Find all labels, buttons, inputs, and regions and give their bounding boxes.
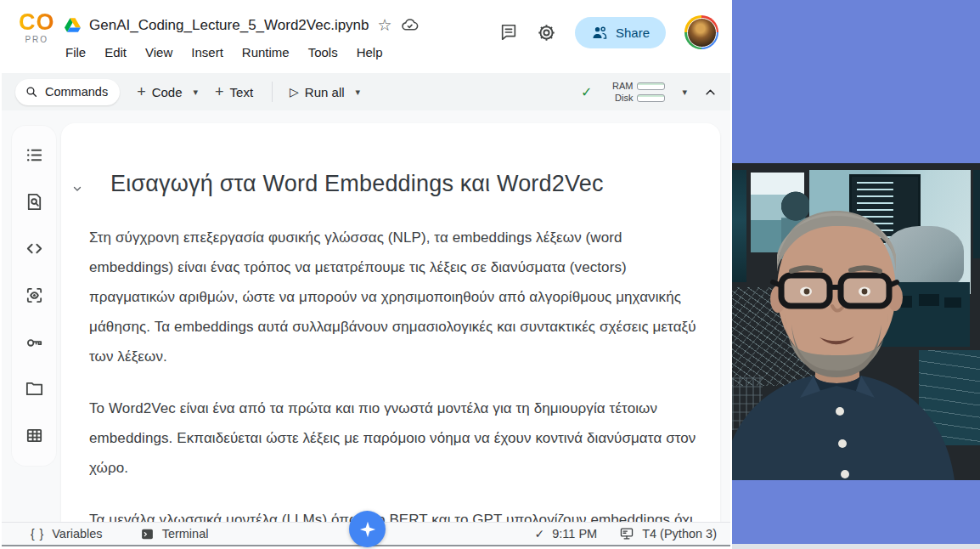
commands-label: Commands (45, 85, 108, 99)
left-sidebar (12, 126, 56, 466)
presenter (732, 163, 980, 480)
star-icon[interactable]: ☆ (378, 15, 392, 35)
markdown-paragraph: Τα μεγάλα γλωσσικά μοντέλα (LLMs) όπως τ… (89, 505, 705, 522)
toolbar-divider (272, 82, 273, 102)
menu-edit[interactable]: Edit (104, 45, 127, 59)
saved-check-icon: ✓ (534, 527, 544, 541)
variables-label: Variables (52, 527, 102, 541)
gemini-spark-button[interactable] (349, 511, 386, 547)
header-actions: Share (499, 15, 718, 49)
data-table-icon[interactable] (17, 418, 51, 452)
gemini-spark-icon (358, 520, 377, 539)
notebook-toolbar: Commands + Code ▾ + Text ▷ Run all ▾ ✓ (2, 73, 730, 110)
status-right: ✓ 9:11 PM T4 (Python 3) (534, 527, 717, 541)
cloud-save-icon[interactable] (401, 16, 419, 34)
share-label: Share (616, 25, 650, 40)
menu-tools[interactable]: Tools (308, 45, 338, 59)
colab-logo[interactable]: CO PRO (19, 11, 55, 44)
menu-runtime[interactable]: Runtime (242, 45, 290, 59)
secrets-key-icon[interactable] (17, 325, 51, 359)
colab-pro-badge: PRO (19, 35, 55, 44)
section-collapse-chevron-icon[interactable] (71, 183, 83, 195)
connected-check-icon: ✓ (581, 84, 592, 100)
run-all-button[interactable]: ▷ Run all ▾ (290, 85, 360, 99)
colab-window: CO PRO GenAI_Coding_Lecture_5_Word2Vec.i… (2, 0, 730, 546)
menu-file[interactable]: File (65, 45, 86, 59)
section-heading: Εισαγωγή στα Word Embeddings και Word2Ve… (110, 171, 705, 197)
plus-icon: + (215, 84, 224, 99)
ram-label: RAM (609, 81, 633, 91)
menu-help[interactable]: Help (357, 45, 383, 59)
disk-label: Disk (609, 93, 633, 103)
ram-gauge[interactable] (637, 82, 665, 90)
search-icon (25, 85, 38, 99)
run-all-dropdown-caret-icon[interactable]: ▾ (356, 87, 361, 98)
menu-insert[interactable]: Insert (191, 45, 223, 59)
header: CO PRO GenAI_Coding_Lecture_5_Word2Vec.i… (2, 0, 730, 73)
comments-icon[interactable] (499, 23, 518, 42)
add-code-label: Code (152, 85, 183, 99)
drive-icon (65, 18, 81, 32)
colab-logo-text: CO (19, 11, 55, 33)
screen: CO PRO GenAI_Coding_Lecture_5_Word2Vec.i… (0, 0, 980, 549)
notebook-title[interactable]: GenAI_Coding_Lecture_5_Word2Vec.ipynb (89, 17, 369, 34)
settings-gear-icon[interactable] (537, 23, 556, 42)
notebook-panel: Εισαγωγή στα Word Embeddings και Word2Ve… (61, 123, 720, 522)
find-and-replace-icon[interactable] (17, 184, 51, 218)
avatar[interactable] (684, 15, 718, 49)
code-dropdown-caret-icon[interactable]: ▾ (194, 87, 199, 98)
terminal-icon (140, 527, 155, 541)
code-snippets-icon[interactable] (17, 231, 51, 265)
play-icon: ▷ (290, 85, 299, 99)
menu-bar: File Edit View Insert Runtime Tools Help (65, 45, 383, 59)
saved-time: 9:11 PM (552, 527, 597, 541)
markdown-paragraph: Το Word2Vec είναι ένα από τα πρώτα και π… (89, 393, 705, 483)
video-bottom-strip (732, 544, 980, 549)
disk-gauge[interactable] (637, 94, 665, 102)
resource-gauges[interactable]: RAM Disk (609, 81, 665, 103)
files-folder-icon[interactable] (17, 371, 51, 405)
runtime-label: T4 (Python 3) (642, 527, 717, 541)
workspace: Εισαγωγή στα Word Embeddings και Word2Ve… (2, 110, 730, 522)
share-button[interactable]: Share (575, 17, 666, 48)
add-text-label: Text (230, 85, 254, 99)
runtime-monitor-icon (619, 527, 634, 541)
add-code-button[interactable]: + Code ▾ (137, 84, 198, 99)
markdown-cell[interactable]: Εισαγωγή στα Word Embeddings και Word2Ve… (61, 123, 720, 522)
status-bar: { } Variables Terminal ✓ (2, 522, 730, 545)
video-background-collage (732, 163, 980, 480)
resources-dropdown-caret-icon[interactable]: ▾ (682, 87, 687, 98)
avatar-photo (687, 18, 717, 48)
braces-icon: { } (31, 527, 44, 541)
terminal-label: Terminal (162, 527, 209, 541)
plus-icon: + (137, 84, 146, 99)
resources-cluster: ✓ RAM Disk ▾ (581, 81, 717, 103)
last-saved-status[interactable]: ✓ 9:11 PM (534, 527, 597, 541)
add-text-button[interactable]: + Text (215, 84, 253, 99)
share-people-icon (591, 24, 608, 41)
variable-inspector-icon[interactable] (17, 278, 51, 312)
title-row: GenAI_Coding_Lecture_5_Word2Vec.ipynb ☆ (65, 15, 419, 35)
collapse-toolbar-chevron-icon[interactable] (704, 86, 717, 99)
webcam-video-panel (732, 0, 980, 549)
markdown-paragraph: Στη σύγχρονη επεξεργασία φυσικής γλώσσας… (89, 223, 705, 371)
runtime-status[interactable]: T4 (Python 3) (619, 527, 717, 541)
commands-button[interactable]: Commands (15, 79, 120, 105)
menu-view[interactable]: View (145, 45, 172, 59)
table-of-contents-icon[interactable] (17, 138, 51, 172)
variables-button[interactable]: { } Variables (31, 527, 103, 541)
terminal-button[interactable]: Terminal (140, 527, 209, 541)
run-all-label: Run all (305, 85, 345, 99)
